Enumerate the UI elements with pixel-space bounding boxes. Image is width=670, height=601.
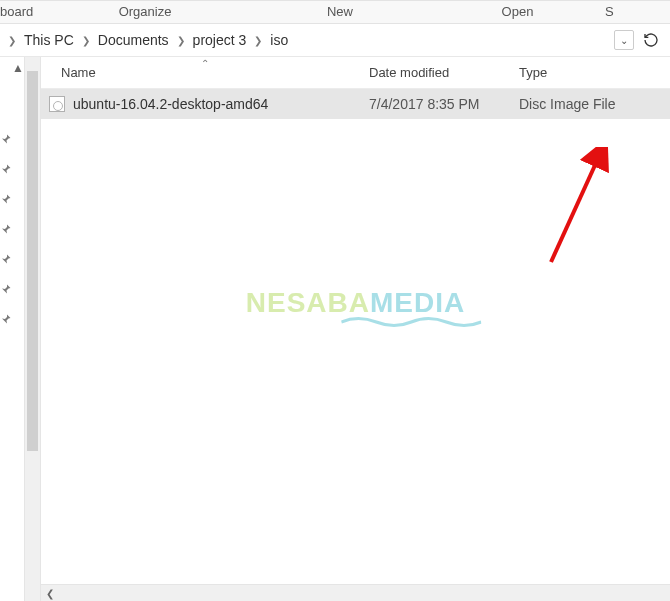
chevron-right-icon: ❯	[76, 35, 96, 46]
pin-icon	[0, 251, 14, 267]
breadcrumb-project3[interactable]: project 3	[191, 32, 249, 48]
pin-icon	[0, 131, 14, 147]
file-list[interactable]: Name ⌃ Date modified Type ubuntu-16.04.2…	[41, 57, 670, 601]
scrollbar-track[interactable]	[58, 585, 670, 601]
breadcrumb-documents[interactable]: Documents	[96, 32, 171, 48]
watermark-text: MEDIA	[370, 287, 465, 318]
file-row[interactable]: ubuntu-16.04.2-desktop-amd64 7/4/2017 8:…	[41, 89, 670, 119]
file-type: Disc Image File	[511, 96, 670, 112]
sort-ascending-icon: ⌃	[201, 58, 209, 69]
pin-icon	[0, 191, 14, 207]
breadcrumb-this-pc[interactable]: This PC	[22, 32, 76, 48]
annotation-arrow	[541, 147, 621, 267]
chevron-right-icon: ❯	[248, 35, 268, 46]
nav-scrollbar[interactable]	[24, 57, 41, 601]
file-name: ubuntu-16.04.2-desktop-amd64	[73, 96, 268, 112]
svg-line-0	[551, 152, 601, 262]
ribbon-tab-open[interactable]: Open	[430, 1, 605, 23]
column-headers: Name ⌃ Date modified Type	[41, 57, 670, 89]
ribbon-tab-clipboard[interactable]: board	[0, 1, 40, 23]
horizontal-scrollbar[interactable]: ❮	[41, 584, 670, 601]
column-header-date[interactable]: Date modified	[361, 57, 511, 88]
column-label: Name	[61, 65, 96, 80]
scroll-left-icon[interactable]: ❮	[41, 585, 58, 602]
ribbon-tab-new[interactable]: New	[250, 1, 430, 23]
scroll-up-icon[interactable]: ▲	[12, 61, 24, 75]
ribbon-tabs: board Organize New Open S	[0, 0, 670, 24]
address-history-dropdown[interactable]: ⌄	[614, 30, 634, 50]
chevron-right-icon: ❯	[2, 35, 22, 46]
breadcrumb-iso[interactable]: iso	[268, 32, 290, 48]
pin-icon	[0, 281, 14, 297]
pin-icon	[0, 161, 14, 177]
watermark: NESABAMEDIA	[246, 287, 465, 319]
refresh-button[interactable]	[638, 27, 664, 53]
column-label: Type	[519, 65, 547, 80]
disc-image-icon	[49, 96, 65, 112]
navigation-pane[interactable]: ▲	[0, 57, 24, 601]
scrollbar-thumb[interactable]	[27, 71, 38, 451]
file-date: 7/4/2017 8:35 PM	[361, 96, 511, 112]
wave-icon	[342, 315, 482, 329]
ribbon-tab-select[interactable]: S	[605, 1, 670, 23]
column-label: Date modified	[369, 65, 449, 80]
watermark-text: NESABA	[246, 287, 370, 318]
column-header-name[interactable]: Name ⌃	[41, 57, 361, 88]
pin-icon	[0, 311, 14, 327]
column-header-type[interactable]: Type	[511, 57, 670, 88]
chevron-right-icon: ❯	[171, 35, 191, 46]
ribbon-tab-organize[interactable]: Organize	[40, 1, 250, 23]
pin-icon	[0, 221, 14, 237]
address-bar[interactable]: ❯ This PC ❯ Documents ❯ project 3 ❯ iso …	[0, 24, 670, 57]
